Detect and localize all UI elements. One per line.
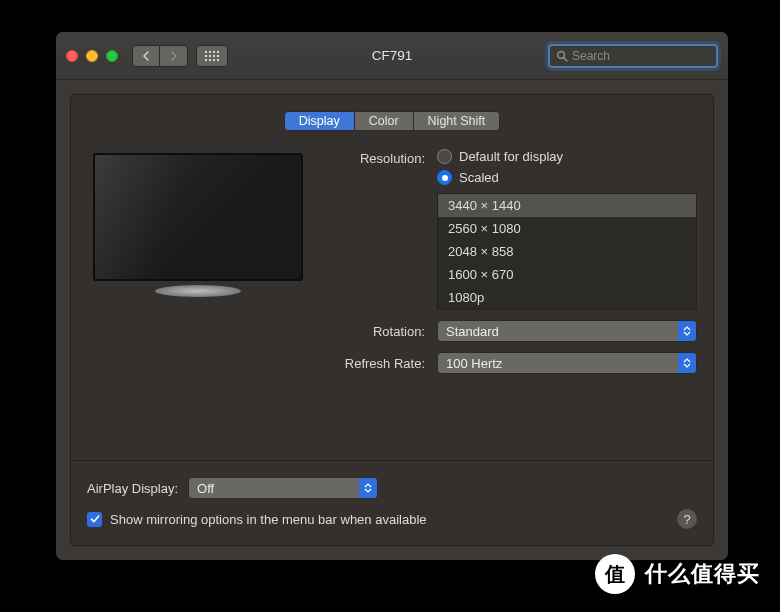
forward-button[interactable]: [160, 45, 188, 67]
airplay-label: AirPlay Display:: [87, 481, 178, 496]
select-value: 100 Hertz: [446, 356, 502, 371]
resolution-option[interactable]: 2560 × 1080: [438, 217, 696, 240]
resolution-option[interactable]: 2048 × 858: [438, 240, 696, 263]
monitor-preview: [87, 149, 309, 384]
traffic-lights: [66, 50, 118, 62]
resolution-option[interactable]: 3440 × 1440: [438, 194, 696, 217]
content: Display Color Night Shift Resolution:: [56, 80, 728, 560]
rotation-row: Rotation: Standard: [329, 320, 697, 342]
mirroring-row: Show mirroring options in the menu bar w…: [87, 509, 697, 529]
select-value: Standard: [446, 324, 499, 339]
grid-icon: [205, 51, 219, 61]
lower-section: AirPlay Display: Off Show mirroring opti…: [87, 444, 697, 529]
preferences-window: CF791 Display Color Night Shift: [56, 32, 728, 560]
tab-display[interactable]: Display: [284, 111, 355, 131]
zoom-icon[interactable]: [106, 50, 118, 62]
form-column: Resolution: Default for display Scaled: [329, 149, 697, 384]
select-value: Off: [197, 481, 214, 496]
watermark-badge: 值: [595, 554, 635, 594]
radio-label: Scaled: [459, 170, 499, 185]
back-button[interactable]: [132, 45, 160, 67]
minimize-icon[interactable]: [86, 50, 98, 62]
chevron-updown-icon: [678, 321, 696, 341]
rotation-label: Rotation:: [329, 324, 425, 339]
rotation-select[interactable]: Standard: [437, 320, 697, 342]
mirroring-checkbox[interactable]: [87, 512, 102, 527]
search-input[interactable]: [572, 49, 722, 63]
monitor-icon: [93, 153, 303, 297]
search-icon: [556, 50, 568, 62]
help-button[interactable]: ?: [677, 509, 697, 529]
search-field[interactable]: [548, 44, 718, 68]
show-all-button[interactable]: [196, 45, 228, 67]
resolution-option[interactable]: 1080p: [438, 286, 696, 309]
airplay-select[interactable]: Off: [188, 477, 378, 499]
chevron-updown-icon: [359, 478, 377, 498]
airplay-row: AirPlay Display: Off: [87, 477, 697, 499]
svg-line-1: [564, 57, 567, 60]
watermark: 值 什么值得买: [595, 554, 760, 594]
nav-segment: [132, 45, 188, 67]
chevron-updown-icon: [678, 353, 696, 373]
radio-label: Default for display: [459, 149, 563, 164]
tab-color[interactable]: Color: [355, 111, 414, 131]
resolution-option[interactable]: 1600 × 670: [438, 263, 696, 286]
titlebar: CF791: [56, 32, 728, 80]
refresh-select[interactable]: 100 Hertz: [437, 352, 697, 374]
watermark-text: 什么值得买: [645, 559, 760, 589]
refresh-label: Refresh Rate:: [329, 356, 425, 371]
main-row: Resolution: Default for display Scaled: [87, 149, 697, 384]
divider: [71, 460, 713, 461]
mirroring-label: Show mirroring options in the menu bar w…: [110, 512, 427, 527]
resolution-row: Resolution: Default for display Scaled: [329, 149, 697, 310]
window-title: CF791: [372, 48, 413, 63]
tab-night-shift[interactable]: Night Shift: [414, 111, 501, 131]
radio-icon: [437, 170, 452, 185]
close-icon[interactable]: [66, 50, 78, 62]
refresh-row: Refresh Rate: 100 Hertz: [329, 352, 697, 374]
resolution-default-radio[interactable]: Default for display: [437, 149, 697, 164]
radio-icon: [437, 149, 452, 164]
panel: Display Color Night Shift Resolution:: [70, 94, 714, 546]
resolution-label: Resolution:: [329, 149, 425, 166]
tabs: Display Color Night Shift: [87, 111, 697, 131]
resolution-list: 3440 × 1440 2560 × 1080 2048 × 858 1600 …: [437, 193, 697, 310]
resolution-scaled-radio[interactable]: Scaled: [437, 170, 697, 185]
check-icon: [90, 514, 100, 524]
